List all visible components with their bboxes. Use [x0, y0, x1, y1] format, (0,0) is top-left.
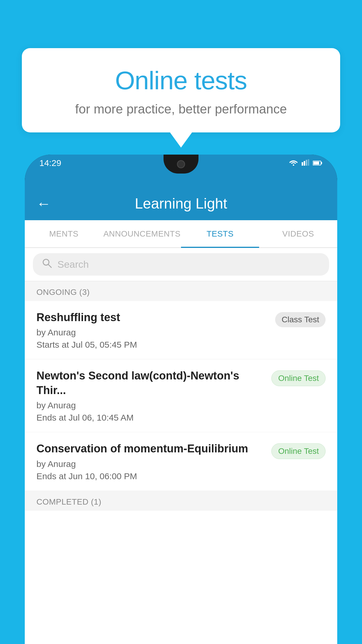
signal-icon [302, 159, 309, 168]
search-container: Search [25, 248, 337, 281]
test-badge-reshuffling: Class Test [275, 312, 326, 327]
test-title-newton: Newton's Second law(contd)-Newton's Thir… [36, 369, 266, 398]
test-info-reshuffling: Reshuffling test by Anurag Starts at Jul… [36, 310, 269, 350]
back-button[interactable]: ← [36, 196, 51, 211]
tab-ments[interactable]: MENTS [25, 220, 103, 247]
svg-line-9 [48, 265, 51, 267]
ongoing-header: ONGOING (3) [25, 281, 337, 301]
test-title-conservation: Conservation of momentum-Equilibrium [36, 442, 266, 456]
test-item-reshuffling[interactable]: Reshuffling test by Anurag Starts at Jul… [25, 301, 337, 359]
test-badge-newton: Online Test [271, 370, 326, 386]
test-badge-conservation: Online Test [271, 443, 326, 459]
svg-rect-1 [302, 162, 303, 166]
svg-point-0 [293, 164, 294, 166]
test-date-reshuffling: Starts at Jul 05, 05:45 PM [36, 340, 269, 350]
search-input-wrap[interactable]: Search [33, 253, 329, 276]
app-bar-title: Learning Light [60, 195, 302, 212]
svg-rect-4 [308, 159, 309, 166]
tab-announcements[interactable]: ANNOUNCEMENTS [103, 220, 181, 247]
test-author-newton: by Anurag [36, 400, 266, 410]
svg-rect-6 [321, 162, 322, 164]
battery-icon [313, 159, 323, 168]
status-time: 14:29 [39, 158, 61, 168]
status-icons [289, 159, 323, 168]
phone-screen: MENTS ANNOUNCEMENTS TESTS VIDEOS [25, 220, 337, 644]
speech-bubble: Online tests for more practice, better p… [22, 48, 340, 132]
test-date-newton: Ends at Jul 06, 10:45 AM [36, 413, 266, 423]
tabs-bar: MENTS ANNOUNCEMENTS TESTS VIDEOS [25, 220, 337, 248]
svg-rect-7 [313, 162, 319, 164]
svg-rect-2 [304, 161, 305, 166]
status-bar: 14:29 [39, 158, 323, 168]
test-title-reshuffling: Reshuffling test [36, 310, 269, 325]
app-bar: ← Learning Light [25, 187, 337, 220]
test-info-conservation: Conservation of momentum-Equilibrium by … [36, 442, 266, 481]
test-author-conservation: by Anurag [36, 459, 266, 469]
test-list: Reshuffling test by Anurag Starts at Jul… [25, 301, 337, 491]
wifi-icon [289, 159, 298, 168]
test-info-newton: Newton's Second law(contd)-Newton's Thir… [36, 369, 266, 423]
tab-tests[interactable]: TESTS [181, 220, 259, 247]
test-author-reshuffling: by Anurag [36, 328, 269, 337]
test-item-conservation[interactable]: Conservation of momentum-Equilibrium by … [25, 432, 337, 491]
phone-frame: 14:29 [25, 155, 337, 644]
test-date-conservation: Ends at Jun 10, 06:00 PM [36, 471, 266, 481]
test-item-newton[interactable]: Newton's Second law(contd)-Newton's Thir… [25, 359, 337, 432]
tab-videos[interactable]: VIDEOS [259, 220, 337, 247]
svg-rect-3 [306, 160, 307, 166]
bubble-title: Online tests [45, 66, 317, 95]
completed-header: COMPLETED (1) [25, 491, 337, 511]
bubble-subtitle: for more practice, better performance [45, 102, 317, 116]
search-placeholder: Search [57, 259, 89, 270]
search-icon [42, 258, 52, 271]
phone-notch-area: 14:29 [25, 155, 337, 187]
